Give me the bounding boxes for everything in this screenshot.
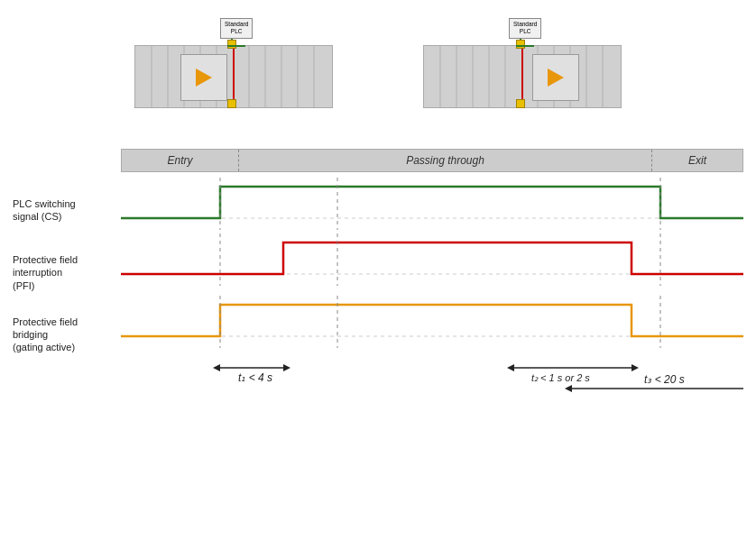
object-box-2 [532, 54, 579, 101]
pfi-svg [121, 233, 743, 286]
signal-chart-pfi [121, 233, 743, 286]
svg-marker-37 [507, 364, 514, 371]
signal-row-cs: PLC switchingsignal (CS) [13, 178, 743, 230]
sensor-bottom-1 [227, 99, 236, 108]
svg-text:t₃ < 20 s: t₃ < 20 s [644, 373, 685, 386]
green-top-2 [516, 45, 534, 47]
signal-label-pfi: Protective fieldinterruption(PFI) [13, 233, 121, 292]
sensor-bottom-2 [516, 99, 525, 108]
phase-exit: Exit [652, 150, 742, 171]
signal-label-gating: Protective fieldbridging(gating active) [13, 296, 121, 354]
svg-marker-38 [632, 364, 639, 371]
object-box-1 [180, 54, 227, 101]
svg-text:t₁ < 4 s: t₁ < 4 s [238, 371, 272, 384]
diagram-exit: StandardPLC [423, 18, 622, 135]
svg-marker-33 [213, 364, 220, 371]
diagrams-row: StandardPLC [9, 18, 747, 135]
arrow-icon-1 [196, 69, 212, 87]
signal-chart-cs [121, 178, 743, 230]
svg-marker-34 [283, 364, 290, 371]
diagram-entry: StandardPLC [134, 18, 333, 135]
cs-svg [121, 178, 743, 230]
sensor-top-2 [516, 40, 525, 49]
plc-label-1: StandardPLC [220, 18, 253, 39]
green-top-1 [227, 45, 245, 47]
svg-text:t₂ < 1 s or 2 s: t₂ < 1 s or 2 s [531, 372, 590, 383]
signal-chart-gating [121, 296, 743, 348]
phase-entry: Entry [122, 150, 239, 171]
signal-label-cs: PLC switchingsignal (CS) [13, 178, 121, 224]
arrow-icon-2 [548, 69, 564, 87]
signal-row-pfi: Protective fieldinterruption(PFI) [13, 233, 743, 292]
signal-row-gating: Protective fieldbridging(gating active) [13, 296, 743, 354]
main-container: StandardPLC [0, 0, 756, 549]
phase-passing: Passing through [239, 150, 652, 171]
sensor-top-1 [227, 40, 236, 49]
gating-svg [121, 296, 743, 348]
time-arrows-svg: t₁ < 4 s t₂ < 1 s or 2 s t₃ < 20 s [121, 354, 743, 399]
timing-diagram: Entry Passing through Exit PLC switching… [13, 149, 743, 399]
svg-marker-41 [565, 385, 572, 392]
time-annotations: t₁ < 4 s t₂ < 1 s or 2 s t₃ < 20 s [121, 354, 743, 399]
phase-bar: Entry Passing through Exit [121, 149, 743, 172]
plc-label-2: StandardPLC [509, 18, 541, 39]
